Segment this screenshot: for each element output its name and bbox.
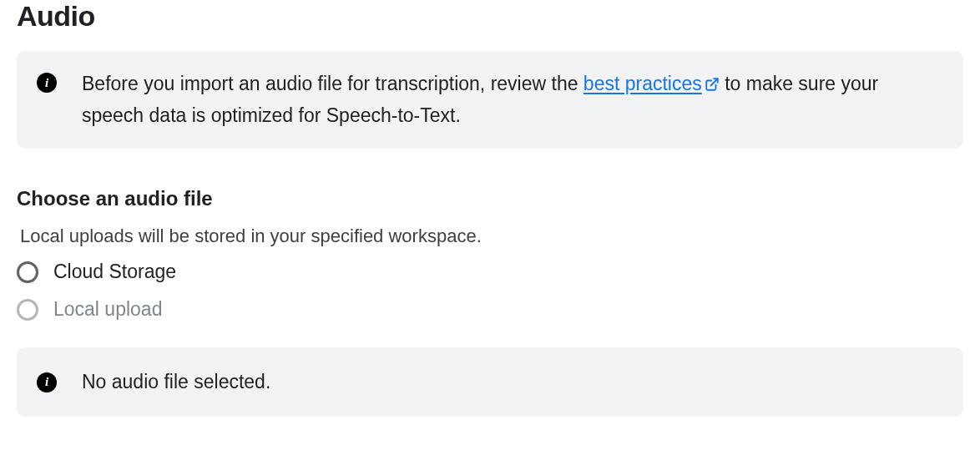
info-icon: i — [37, 372, 57, 392]
radio-circle-icon — [17, 261, 38, 283]
external-link-icon — [705, 71, 720, 101]
audio-source-radio-group: Cloud Storage Local upload — [17, 261, 963, 321]
infobox-text: Before you import an audio file for tran… — [82, 69, 940, 130]
status-text: No audio file selected. — [82, 371, 270, 393]
radio-label: Local upload — [53, 298, 162, 321]
radio-option-local-upload: Local upload — [17, 298, 963, 321]
svg-line-0 — [710, 78, 717, 85]
infobox-text-before: Before you import an audio file for tran… — [82, 73, 583, 94]
radio-option-cloud-storage[interactable]: Cloud Storage — [17, 261, 963, 283]
best-practices-infobox: i Before you import an audio file for tr… — [17, 51, 963, 149]
best-practices-link[interactable]: best practices — [583, 73, 720, 94]
file-selection-status-box: i No audio file selected. — [17, 347, 963, 417]
info-icon: i — [37, 73, 57, 93]
choose-audio-heading: Choose an audio file — [17, 187, 963, 210]
page-title: Audio — [17, 0, 963, 33]
helper-text: Local uploads will be stored in your spe… — [17, 225, 963, 247]
radio-circle-icon — [17, 299, 38, 321]
radio-label: Cloud Storage — [53, 261, 176, 283]
best-practices-link-label: best practices — [583, 73, 702, 94]
